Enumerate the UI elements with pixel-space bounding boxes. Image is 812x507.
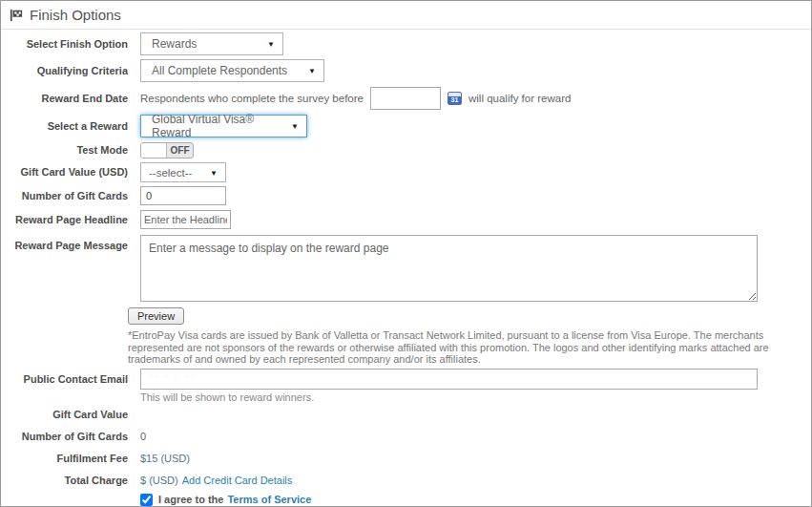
qualifying-criteria-value: All Complete Respondents [152, 64, 287, 77]
reward-end-date-row: Reward End Date Respondents who complete… [1, 87, 811, 110]
select-finish-option-dropdown[interactable]: Rewards ▼ [140, 32, 283, 55]
public-contact-email-row: Public Contact Email ·· · · ·· [1, 369, 811, 390]
reward-page-headline-input[interactable] [140, 210, 231, 229]
test-mode-label: Test Mode [1, 144, 128, 157]
panel-header: Finish Options [1, 1, 811, 30]
number-of-gift-cards-input[interactable] [140, 186, 226, 205]
public-contact-email-input[interactable] [140, 369, 758, 390]
public-contact-email-wrap: ·· · · ·· [140, 369, 758, 390]
add-credit-card-details-link[interactable]: Add Credit Card Details [182, 475, 293, 487]
chevron-down-icon: ▼ [308, 67, 316, 75]
summary-number-of-gift-cards-label: Number of Gift Cards [1, 431, 128, 443]
chevron-down-icon: ▼ [210, 168, 218, 177]
chevron-down-icon: ▼ [267, 40, 275, 49]
gift-card-value-row: Gift Card Value (USD) --select-- ▼ [1, 162, 811, 182]
fulfilment-fee-row: Fulfilment Fee $15 (USD) [1, 453, 811, 465]
select-a-reward-label: Select a Reward [1, 120, 128, 133]
fulfilment-fee-label: Fulfilment Fee [1, 453, 128, 465]
gift-card-value-label: Gift Card Value (USD) [1, 166, 128, 179]
terms-of-service-link[interactable]: Terms of Service [227, 494, 311, 505]
qualifying-criteria-label: Qualifying Criteria [1, 65, 128, 77]
calendar-day-number: 31 [451, 96, 459, 104]
summary-number-of-gift-cards-value: 0 [140, 431, 146, 443]
flag-checkered-icon [10, 9, 23, 22]
toggle-knob [141, 143, 167, 158]
reward-page-message-textarea[interactable] [140, 235, 758, 302]
finish-options-form: Select Finish Option Rewards ▼ Qualifyin… [1, 30, 811, 506]
total-charge-label: Total Charge [1, 475, 128, 487]
public-contact-email-helper: This will be shown to reward winners. [140, 391, 811, 403]
reward-page-headline-label: Reward Page Headline [1, 214, 128, 226]
summary-gift-card-value-row: Gift Card Value [1, 409, 811, 421]
reward-end-date-input[interactable] [370, 87, 441, 110]
reward-end-date-label: Reward End Date [1, 93, 128, 105]
number-of-gift-cards-label: Number of Gift Cards [1, 190, 128, 202]
test-mode-toggle[interactable]: OFF [140, 142, 194, 158]
select-a-reward-value: Global Virtual Visa® Reward [152, 113, 283, 139]
finish-options-panel: Finish Options Select Finish Option Rewa… [0, 0, 812, 507]
total-charge-row: Total Charge $ (USD) Add Credit Card Det… [1, 475, 811, 487]
reward-end-date-text-after: will qualify for reward [468, 93, 571, 104]
page-title: Finish Options [30, 7, 121, 23]
qualifying-criteria-row: Qualifying Criteria All Complete Respond… [1, 59, 811, 82]
terms-checkbox[interactable] [140, 494, 153, 506]
chevron-down-icon: ▼ [291, 122, 299, 131]
select-finish-option-label: Select Finish Option [1, 38, 128, 51]
reward-end-date-text-before: Respondents who complete the survey befo… [140, 93, 364, 104]
public-contact-email-label: Public Contact Email [1, 369, 128, 386]
entropay-disclaimer-text: *EntroPay Visa cards are issued by Bank … [128, 329, 806, 366]
agreement-row: I agree to the Terms of Service [140, 494, 811, 506]
fulfilment-fee-value: $15 (USD) [140, 453, 190, 465]
gift-card-value-value: --select-- [149, 167, 192, 179]
select-finish-option-row: Select Finish Option Rewards ▼ [1, 32, 811, 55]
preview-button[interactable]: Preview [128, 307, 184, 325]
summary-number-of-gift-cards-row: Number of Gift Cards 0 [1, 431, 811, 443]
summary-gift-card-value-label: Gift Card Value [1, 409, 128, 421]
preview-button-wrap: Preview [1, 302, 811, 325]
reward-page-message-label: Reward Page Message [1, 235, 128, 252]
calendar-icon[interactable]: 31 [448, 92, 462, 105]
reward-page-headline-row: Reward Page Headline [1, 210, 811, 229]
total-charge-value: $ (USD) [140, 475, 178, 487]
select-a-reward-dropdown[interactable]: Global Virtual Visa® Reward ▼ [140, 115, 307, 137]
number-of-gift-cards-row: Number of Gift Cards [1, 186, 811, 205]
select-a-reward-row: Select a Reward Global Virtual Visa® Rew… [1, 115, 811, 137]
reward-page-message-row: Reward Page Message [1, 235, 811, 302]
qualifying-criteria-dropdown[interactable]: All Complete Respondents ▼ [140, 59, 324, 82]
gift-card-value-dropdown[interactable]: --select-- ▼ [140, 162, 226, 182]
test-mode-row: Test Mode OFF [1, 142, 811, 158]
select-finish-option-value: Rewards [152, 37, 197, 51]
agreement-text: I agree to the [158, 494, 223, 505]
toggle-state-label: OFF [167, 143, 193, 158]
